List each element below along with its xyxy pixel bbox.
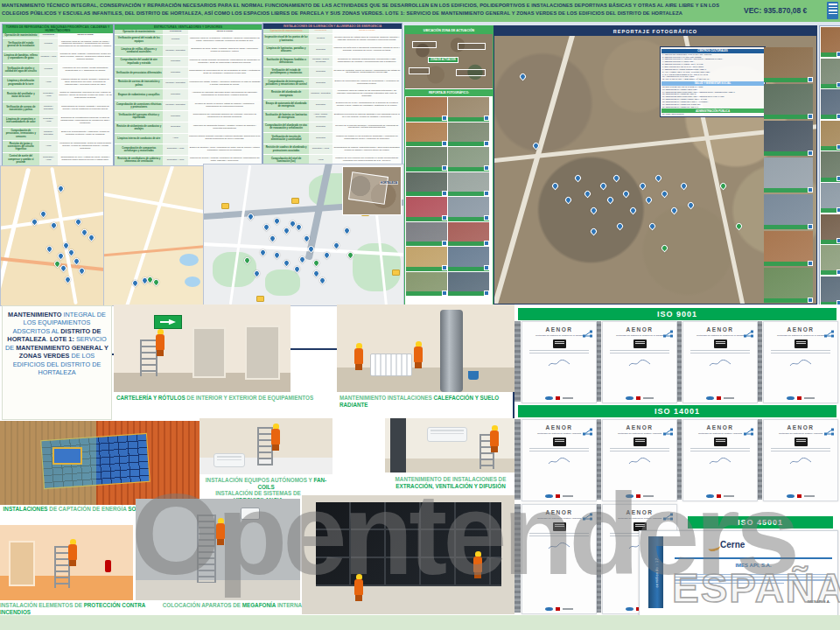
photo-thumb bbox=[448, 272, 489, 297]
certificate-line bbox=[771, 350, 830, 351]
certificate-footer-logos bbox=[683, 396, 757, 401]
frequency-cell: Mensual / Trimestral bbox=[309, 89, 332, 100]
map-pin bbox=[648, 222, 656, 231]
signature bbox=[522, 453, 596, 469]
table-row: Verificación del consumo eléctrico y equ… bbox=[115, 110, 262, 122]
photo-index-badge bbox=[442, 141, 447, 146]
decor bbox=[192, 327, 226, 378]
certificate-line bbox=[610, 448, 669, 449]
photo-thumb bbox=[764, 84, 813, 119]
photo-thumb bbox=[764, 121, 813, 156]
map-pin bbox=[645, 195, 654, 204]
tasks-cell: Aplicación de lubricante adecuado según … bbox=[188, 89, 262, 100]
render-extraccion bbox=[385, 418, 516, 472]
decor bbox=[430, 430, 464, 431]
photo-index-badge bbox=[484, 165, 489, 171]
decor bbox=[555, 441, 564, 442]
decor bbox=[670, 433, 673, 436]
decor bbox=[751, 433, 753, 436]
tasks-cell: Inspección visual de ventiladores, extra… bbox=[188, 35, 262, 46]
decor bbox=[709, 458, 732, 466]
photo-thumb bbox=[764, 158, 813, 192]
table-row: Limpieza interna de conductos de aireAnu… bbox=[115, 133, 262, 144]
decor bbox=[629, 458, 650, 465]
map-pin bbox=[519, 72, 528, 80]
signature bbox=[683, 355, 757, 371]
table-row: Limpieza de rejillas, difusores y conduc… bbox=[115, 45, 262, 56]
photo-index-badge bbox=[836, 270, 840, 275]
decor bbox=[214, 453, 245, 467]
map-pin bbox=[661, 243, 669, 252]
table-row: Revisión del alumbrado de emergenciaMens… bbox=[263, 88, 402, 100]
label-calefaccion: MANTENIMIENTO INSTALACIONES CALEFACCIÓN … bbox=[340, 395, 514, 409]
photo-index-badge bbox=[484, 215, 489, 220]
iqnet-logo bbox=[787, 396, 794, 401]
panel-ubicacion: UBICACIÓN ZONA DE ACTUACIÓN ZONA DE ACTU… bbox=[404, 25, 494, 306]
decor bbox=[665, 332, 671, 336]
photo-index-badge bbox=[442, 165, 447, 171]
map-pin bbox=[661, 190, 669, 199]
decor bbox=[744, 330, 754, 338]
photo-index-badge bbox=[808, 150, 813, 156]
frequency-cell: Semestral bbox=[163, 122, 187, 133]
photo-thumb bbox=[764, 268, 813, 303]
map-legend: CENTROS CULTURALES1. CENTRO DE INTERPRET… bbox=[660, 46, 766, 117]
certificate-line bbox=[690, 350, 750, 351]
certificate-seal bbox=[553, 438, 566, 447]
certificate-line bbox=[529, 448, 589, 449]
decor bbox=[468, 371, 479, 380]
operation-cell: Ensayo de autonomía del alumbrado de eme… bbox=[263, 100, 309, 110]
photo-thumb bbox=[448, 197, 489, 221]
photo-index-badge bbox=[442, 265, 447, 270]
table-row: Verificación del estado de portalámparas… bbox=[263, 66, 402, 78]
photo-index-badge bbox=[442, 191, 447, 196]
frequency-cell: Semestral bbox=[309, 100, 332, 110]
photo-thumb bbox=[406, 122, 447, 147]
vec-amount: VEC: 935.870,08 € bbox=[744, 6, 822, 15]
tasks-cell: Eliminación de incrustaciones calcáreas;… bbox=[58, 116, 113, 128]
table-row: Limpieza de luminarias, pantallas y difu… bbox=[263, 44, 402, 55]
decor bbox=[549, 360, 570, 367]
frequency-cell: Mensual / Trimestral bbox=[163, 79, 187, 89]
decor bbox=[430, 433, 464, 435]
label-cartelera: CARTELERÍA Y RÓTULOS DE INTERIOR Y EXTER… bbox=[116, 395, 322, 402]
project-description: MANTENIMIENTO INTEGRAL DE LOS EQUIPAMIEN… bbox=[2, 305, 112, 420]
decor bbox=[154, 315, 182, 329]
table-row: Ensayo de autonomía del alumbrado de eme… bbox=[263, 99, 402, 110]
frequency-cell: Mensual / Anual bbox=[39, 52, 58, 64]
header-title-line2: COLEGIOS PÚBLICOS Y ESCUELAS INFANTILES,… bbox=[2, 10, 737, 18]
operation-cell: Verificación de presostatos diferenciale… bbox=[115, 67, 163, 78]
decor bbox=[217, 459, 242, 461]
frequency-cell: Mensual bbox=[163, 35, 187, 46]
decor bbox=[824, 433, 827, 436]
certificate-footer-logos bbox=[522, 396, 596, 401]
decor bbox=[670, 335, 673, 338]
map-pin bbox=[615, 222, 624, 231]
table-row: Revisión de juntas y conexiones del circ… bbox=[3, 140, 113, 153]
frequency-cell: Trimestral bbox=[309, 45, 332, 55]
photo-index-badge bbox=[442, 215, 447, 220]
table-body: Verificación general del estado de los e… bbox=[115, 34, 262, 165]
certificate-line bbox=[690, 448, 750, 449]
decor bbox=[490, 430, 499, 446]
frequency-cell: Trimestral / Anual bbox=[39, 89, 58, 102]
map-pin bbox=[584, 190, 592, 199]
label-bold-segment: CARTELERÍA Y RÓTULOS bbox=[116, 395, 186, 401]
frequency-cell: Trimestral bbox=[309, 67, 332, 78]
decor bbox=[549, 458, 570, 465]
map-pin bbox=[612, 174, 621, 183]
iqnet-logo bbox=[706, 396, 714, 401]
decor bbox=[348, 172, 388, 205]
tasks-cell: Inspección de aislamiento térmico y acús… bbox=[188, 122, 262, 133]
aenor-molecule-icon bbox=[583, 326, 593, 341]
table-body: Verificación del estado general de la in… bbox=[3, 38, 113, 165]
tasks-cell: Comprobación del equilibrado dinámico de… bbox=[188, 111, 262, 122]
photo-index-badge bbox=[836, 176, 840, 181]
decor bbox=[590, 429, 592, 431]
photo-thumb bbox=[448, 247, 489, 271]
table-row: Limpieza y desinfección programada de la… bbox=[3, 76, 113, 89]
certificate-seal bbox=[634, 340, 647, 349]
inset-label: HORTALEZA bbox=[380, 181, 398, 185]
decor bbox=[751, 429, 753, 431]
decor bbox=[628, 458, 651, 466]
